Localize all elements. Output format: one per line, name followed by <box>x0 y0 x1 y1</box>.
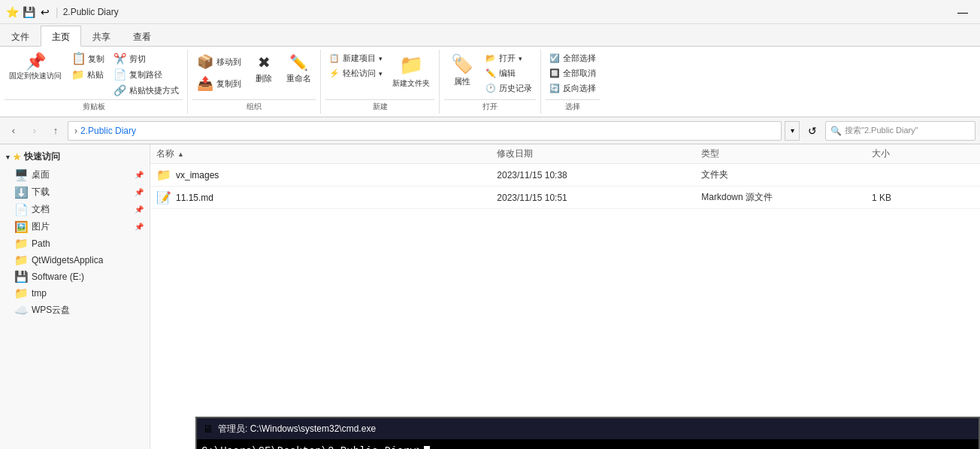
pin-quick-access-button[interactable]: 📌 固定到快速访问 <box>5 51 66 83</box>
sidebar-item-tmp[interactable]: 📁tmp <box>0 285 150 302</box>
sidebar-item-label-document: 文档 <box>32 203 50 216</box>
tab-view[interactable]: 查看 <box>122 26 162 46</box>
sidebar-item-qtwidgets[interactable]: 📁QtWidgetsApplica <box>0 252 150 268</box>
sidebar-item-label-picture: 图片 <box>32 220 50 233</box>
address-dropdown-button[interactable]: ▾ <box>785 121 800 141</box>
title-bar: ⭐ 💾 ↩ | 2.Public Diary — <box>0 0 980 24</box>
deselect-all-button[interactable]: 🔲 全部取消 <box>546 66 600 80</box>
tab-file[interactable]: 文件 <box>0 26 41 46</box>
col-header-size[interactable]: 大小 <box>872 147 974 160</box>
cut-button[interactable]: ✂️ 剪切 <box>110 51 183 66</box>
table-row[interactable]: 📝11.15.md2023/11/15 10:51Markdown 源文件1 K… <box>150 187 980 209</box>
address-path[interactable]: › 2.Public Diary <box>68 121 782 141</box>
quick-access-star-icon: ★ <box>13 152 21 162</box>
forward-button[interactable]: › <box>26 122 44 140</box>
new-item-button[interactable]: 📋 新建项目 ▾ <box>325 51 386 65</box>
easy-access-button[interactable]: ⚡ 轻松访问 ▾ <box>325 66 386 80</box>
new-item-label: 新建项目 <box>343 53 376 64</box>
new-items: 📋 新建项目 ▾ ⚡ 轻松访问 ▾ 📁 新建文件夹 <box>325 51 434 98</box>
sidebar-item-label-download: 下载 <box>32 186 50 199</box>
new-label: 新建 <box>325 99 434 112</box>
select-col: ☑️ 全部选择 🔲 全部取消 🔄 反向选择 <box>546 51 600 96</box>
sidebar-item-picture[interactable]: 🖼️图片📌 <box>0 218 150 235</box>
select-all-icon: ☑️ <box>549 53 560 63</box>
col-type-label: 类型 <box>701 148 719 159</box>
copy-icon: 📋 <box>71 53 86 65</box>
file-list: 名称 ▲ 修改日期 类型 大小 📁vx_images2023/11/15 10:… <box>150 144 980 449</box>
edit-button[interactable]: ✏️ 编辑 <box>482 66 536 80</box>
edit-icon: ✏️ <box>485 68 496 78</box>
address-path-part[interactable]: 2.Public Diary <box>80 126 136 136</box>
cmd-title-text: 管理员: C:\Windows\system32\cmd.exe <box>218 423 972 435</box>
sidebar-items: 🖥️桌面📌⬇️下载📌📄文档📌🖼️图片📌📁Path📁QtWidgetsApplic… <box>0 166 150 319</box>
select-all-button[interactable]: ☑️ 全部选择 <box>546 51 600 65</box>
organize-label: 组织 <box>192 99 316 112</box>
sidebar-item-desktop[interactable]: 🖥️桌面📌 <box>0 166 150 184</box>
cut-label: 剪切 <box>129 53 146 65</box>
sidebar-item-download[interactable]: ⬇️下载📌 <box>0 184 150 201</box>
address-path-separator: › <box>74 126 77 136</box>
ribbon-group-select: ☑️ 全部选择 🔲 全部取消 🔄 反向选择 选择 <box>541 50 604 114</box>
up-button[interactable]: ↑ <box>47 122 65 140</box>
ribbon-group-new: 📋 新建项目 ▾ ⚡ 轻松访问 ▾ 📁 新建文件夹 新建 <box>321 50 440 114</box>
col-header-name[interactable]: 名称 ▲ <box>156 147 497 160</box>
sidebar-item-document[interactable]: 📄文档📌 <box>0 201 150 218</box>
tab-share[interactable]: 共享 <box>81 26 122 46</box>
main-area: ▾ ★ 快速访问 🖥️桌面📌⬇️下载📌📄文档📌🖼️图片📌📁Path📁QtWidg… <box>0 144 980 449</box>
delete-button[interactable]: ✖ 删除 <box>247 51 280 86</box>
new-item-dropdown[interactable]: ▾ <box>379 55 383 62</box>
open-dropdown[interactable]: ▾ <box>519 55 522 62</box>
search-icon: 🔍 <box>830 126 842 136</box>
minimize-button[interactable]: — <box>951 3 974 21</box>
copy-path-icon: 📄 <box>113 68 126 80</box>
cmd-content[interactable]: C:\Users\CF\Desktop\2.Public Diary> <box>197 439 978 449</box>
properties-button[interactable]: 🏷️ 属性 <box>444 51 480 89</box>
quick-access-header[interactable]: ▾ ★ 快速访问 <box>0 147 150 166</box>
search-box[interactable]: 🔍 搜索"2.Public Diary" <box>825 121 975 141</box>
title-bar-title: 2.Public Diary <box>63 7 119 17</box>
easy-access-label: 轻松访问 <box>343 68 376 79</box>
table-row[interactable]: 📁vx_images2023/11/15 10:38文件夹 <box>150 164 980 187</box>
back-button[interactable]: ‹ <box>5 122 23 140</box>
open-button[interactable]: 📂 打开 ▾ <box>482 51 536 65</box>
sidebar-item-wps[interactable]: ☁️WPS云盘 <box>0 302 150 319</box>
paste-shortcut-button[interactable]: 🔗 粘贴快捷方式 <box>110 83 183 98</box>
file-icon: 📁 <box>156 168 171 182</box>
new-folder-label: 新建文件夹 <box>392 78 430 89</box>
drive-icon: 💾 <box>15 271 27 283</box>
move-to-button[interactable]: 📦 移动到 <box>192 51 246 72</box>
sidebar-item-label-path: Path <box>32 238 50 249</box>
sidebar-item-software[interactable]: 💾Software (E:) <box>0 268 150 285</box>
history-label: 历史记录 <box>499 83 532 94</box>
undo-icon[interactable]: ↩ <box>39 6 51 18</box>
cmd-cursor <box>424 446 430 450</box>
tab-home[interactable]: 主页 <box>41 26 81 47</box>
copy-to-label: 复制到 <box>216 78 241 89</box>
history-icon: 🕐 <box>485 83 496 93</box>
sidebar-item-label-tmp: tmp <box>32 288 47 299</box>
refresh-button[interactable]: ↺ <box>803 121 822 141</box>
new-folder-button[interactable]: 📁 新建文件夹 <box>388 51 434 91</box>
file-date-cell: 2023/11/15 10:51 <box>497 193 701 203</box>
history-button[interactable]: 🕐 历史记录 <box>482 81 536 96</box>
open-col: 📂 打开 ▾ ✏️ 编辑 🕐 历史记录 <box>482 51 536 96</box>
col-header-type[interactable]: 类型 <box>701 147 872 160</box>
invert-selection-button[interactable]: 🔄 反向选择 <box>546 81 600 96</box>
col-header-date[interactable]: 修改日期 <box>497 147 701 160</box>
copy-path-button[interactable]: 📄 复制路径 <box>110 67 183 82</box>
copy-button[interactable]: 📋 复制 <box>68 51 108 66</box>
ribbon-group-open: 🏷️ 属性 📂 打开 ▾ ✏️ 编辑 🕐 历史记录 打开 <box>440 50 541 114</box>
sidebar-item-path[interactable]: 📁Path <box>0 235 150 252</box>
cmd-window[interactable]: 🖥 管理员: C:\Windows\system32\cmd.exe C:\Us… <box>195 417 980 449</box>
folder-icon: 📁 <box>15 287 27 299</box>
paste-button[interactable]: 📁 粘贴 <box>68 67 108 82</box>
cut-col: ✂️ 剪切 📄 复制路径 🔗 粘贴快捷方式 <box>110 51 183 98</box>
cmd-icon: 🖥 <box>203 423 213 435</box>
folder-icon: 📁 <box>15 238 27 250</box>
move-to-icon: 📦 <box>197 53 213 70</box>
rename-button[interactable]: ✏️ 重命名 <box>282 51 316 86</box>
save-icon[interactable]: 💾 <box>23 6 35 18</box>
easy-access-dropdown[interactable]: ▾ <box>379 70 383 77</box>
pic-icon: 🖼️ <box>15 221 27 233</box>
copy-to-button[interactable]: 📤 复制到 <box>192 73 246 94</box>
